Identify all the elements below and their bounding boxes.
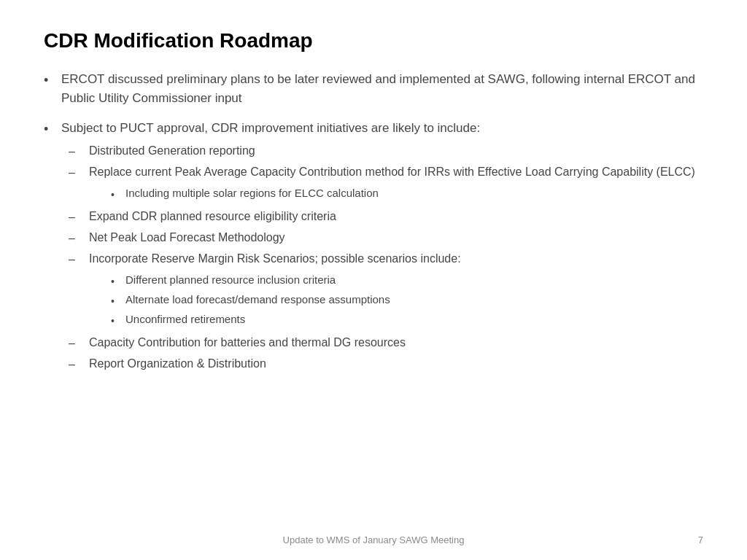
sub-item-5-sublist: • Different planned resource inclusion c… <box>89 272 703 329</box>
dash-1: – <box>69 143 89 160</box>
sub-sub-item-3-text: Alternate load forecast/demand response … <box>125 292 703 308</box>
bullet-2: • Subject to PUCT approval, CDR improvem… <box>44 119 703 376</box>
dash-4: – <box>69 230 89 247</box>
sub-item-7-text: Report Organization & Distribution <box>89 355 703 373</box>
sub-item-6: – Capacity Contribution for batteries an… <box>69 334 703 352</box>
bullet-1: • ERCOT discussed preliminary plans to b… <box>44 70 703 107</box>
bullet-2-text: Subject to PUCT approval, CDR improvemen… <box>61 121 480 135</box>
sub-item-4: – Net Peak Load Forecast Methodology <box>69 229 703 247</box>
dot-3: • <box>111 294 125 309</box>
sub-item-5-text: Incorporate Reserve Margin Risk Scenario… <box>89 252 461 265</box>
bullet-2-marker: • <box>44 120 61 139</box>
slide-title: CDR Modification Roadmap <box>44 29 703 52</box>
sub-sub-item-3: • Alternate load forecast/demand respons… <box>111 292 703 309</box>
sub-item-3: – Expand CDR planned resource eligibilit… <box>69 208 703 226</box>
dot-2: • <box>111 274 125 289</box>
dot-1: • <box>111 187 125 203</box>
sub-sub-item-2: • Different planned resource inclusion c… <box>111 272 703 289</box>
sub-item-2: – Replace current Peak Average Capacity … <box>69 163 703 205</box>
sub-item-6-text: Capacity Contribution for batteries and … <box>89 334 703 351</box>
bullet-2-container: Subject to PUCT approval, CDR improvemen… <box>61 119 703 376</box>
sub-item-5-container: Incorporate Reserve Margin Risk Scenario… <box>89 250 703 331</box>
sub-item-3-text: Expand CDR planned resource eligibility … <box>89 208 703 225</box>
sub-item-2-sublist: • Including multiple solar regions for E… <box>89 185 703 203</box>
sub-item-4-text: Net Peak Load Forecast Methodology <box>89 229 703 246</box>
sub-sub-item-4-text: Unconfirmed retirements <box>125 311 703 328</box>
sub-item-1-text: Distributed Generation reporting <box>89 142 703 160</box>
bullet-1-marker: • <box>44 71 61 90</box>
footer-text: Update to WMS of January SAWG Meeting <box>283 534 465 545</box>
bullet-2-sublist: – Distributed Generation reporting – Rep… <box>61 142 703 373</box>
dash-7: – <box>69 356 89 373</box>
sub-item-2-container: Replace current Peak Average Capacity Co… <box>89 163 703 205</box>
sub-item-1: – Distributed Generation reporting <box>69 142 703 160</box>
dash-6: – <box>69 335 89 352</box>
dash-5: – <box>69 251 89 268</box>
sub-sub-item-4: • Unconfirmed retirements <box>111 311 703 329</box>
dash-2: – <box>69 164 89 182</box>
sub-sub-item-1-text: Including multiple solar regions for ELC… <box>125 185 703 202</box>
sub-item-5: – Incorporate Reserve Margin Risk Scenar… <box>69 250 703 331</box>
dash-3: – <box>69 209 89 226</box>
footer-page-number: 7 <box>698 534 703 545</box>
slide: CDR Modification Roadmap • ERCOT discuss… <box>0 0 747 560</box>
sub-sub-item-1: • Including multiple solar regions for E… <box>111 185 703 203</box>
sub-item-2-text: Replace current Peak Average Capacity Co… <box>89 166 695 178</box>
bullet-1-text: ERCOT discussed preliminary plans to be … <box>61 70 703 107</box>
slide-content: • ERCOT discussed preliminary plans to b… <box>44 70 703 376</box>
dot-4: • <box>111 314 125 329</box>
footer: Update to WMS of January SAWG Meeting <box>0 534 747 545</box>
sub-item-7: – Report Organization & Distribution <box>69 355 703 373</box>
sub-sub-item-2-text: Different planned resource inclusion cri… <box>125 272 703 289</box>
